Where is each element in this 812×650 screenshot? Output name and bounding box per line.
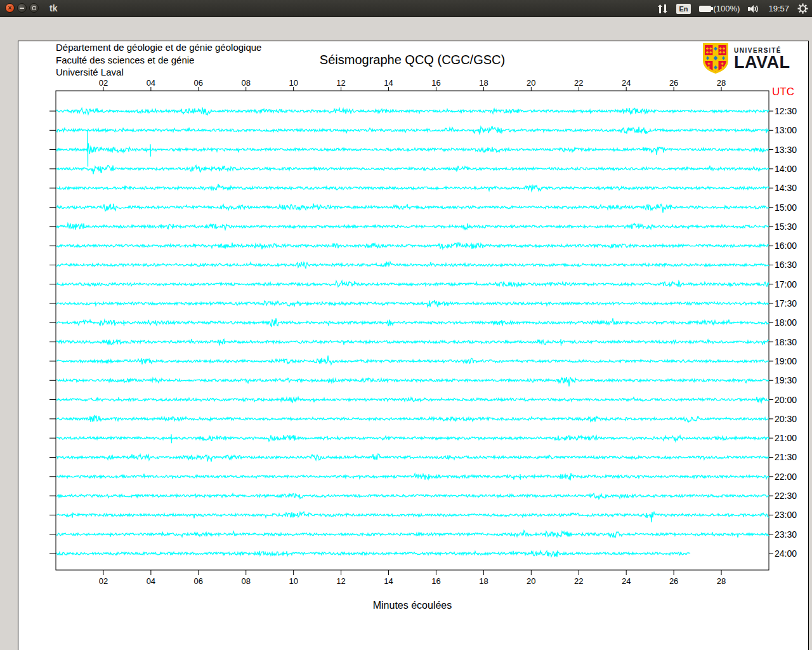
network-sync-icon[interactable] [657,4,668,14]
header-university: Université Laval [56,66,261,79]
utc-axis-label: UTC [772,86,794,98]
session-gear-icon[interactable] [797,3,808,14]
logo-laval-text: LAVAL [734,54,790,70]
desktop-screen: { "panel": { "window_title": "tk", "keyb… [0,0,812,650]
universite-laval-logo: UNIVERSITÉ LAVAL [702,43,790,74]
laval-shield-icon [702,43,730,74]
tk-window-body [0,17,812,650]
window-close-button[interactable]: × [5,3,15,13]
window-title: tk [49,3,57,13]
panel-indicators: En (100%) 19:57 [657,0,808,17]
page-title: Séismographe QCQ (CGC/GSC) [222,53,603,67]
x-axis-title: Minutes écoulées [222,600,603,611]
battery-icon [699,6,711,12]
clock[interactable]: 19:57 [768,4,789,13]
seismograph-canvas [18,41,809,650]
window-minimize-button[interactable] [17,3,27,13]
battery-indicator[interactable]: (100%) [699,4,740,13]
top-panel: × tk En (100%) 19:57 [0,0,812,17]
battery-percent-label: (100%) [714,4,740,13]
keyboard-layout-indicator[interactable]: En [676,4,690,14]
laval-logo-text: UNIVERSITÉ LAVAL [734,47,790,70]
maximize-icon [32,6,36,10]
volume-icon[interactable] [748,4,760,14]
window-maximize-button[interactable] [29,3,39,13]
header-department: Département de géologie et de génie géol… [56,41,261,54]
minimize-icon [20,8,24,9]
